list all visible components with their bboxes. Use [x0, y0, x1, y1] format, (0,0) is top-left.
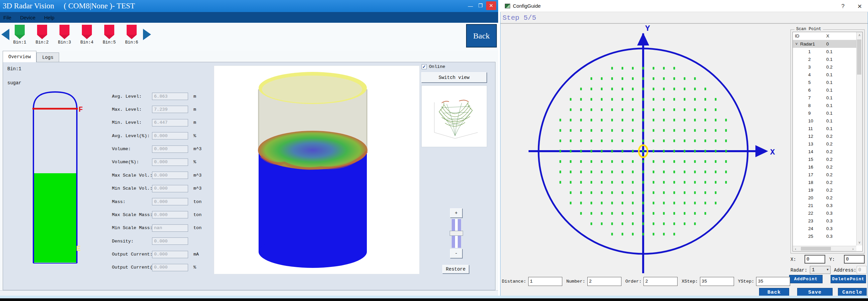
scan-dot	[684, 88, 686, 90]
bin-item-3[interactable]: Bin:3	[58, 24, 71, 45]
scan-point-row[interactable]: 180.2	[793, 179, 862, 186]
hscroll-thumb[interactable]	[801, 247, 831, 250]
zoom-out-button[interactable]: -	[450, 249, 462, 258]
expander-icon[interactable]: ˅	[793, 42, 800, 47]
menu-file[interactable]: File	[3, 15, 11, 20]
param-input-2[interactable]: 2	[644, 277, 678, 286]
scan-point-row[interactable]: 250.3	[793, 232, 862, 240]
scan-point-row[interactable]: 90.1	[793, 109, 862, 117]
restore-button[interactable]: Restore	[442, 265, 469, 274]
scan-point-row[interactable]: 150.2	[793, 156, 862, 163]
bin-item-6[interactable]: Bin:6	[125, 24, 138, 45]
tank-3d-view[interactable]	[214, 65, 420, 274]
scan-dot	[715, 129, 717, 132]
scan-point-row[interactable]: 200.2	[793, 194, 862, 202]
scan-dot	[653, 181, 654, 184]
scan-dot	[653, 170, 654, 173]
bin-item-5[interactable]: Bin:5	[102, 24, 116, 45]
menu-help[interactable]: Help	[44, 15, 55, 20]
bin-item-2[interactable]: Bin:2	[35, 24, 49, 45]
minimize-button[interactable]: —	[465, 1, 475, 10]
bin-item-1[interactable]: Bin:1	[13, 24, 27, 45]
scroll-up-icon[interactable]: ˄	[857, 32, 862, 38]
scan-dot	[612, 170, 613, 173]
scan-point-row[interactable]: 240.3	[793, 225, 862, 232]
scan-point-row[interactable]: 130.2	[793, 140, 862, 148]
scan-point-row[interactable]: 50.1	[793, 79, 862, 86]
field-value-input[interactable]: 0.000	[152, 211, 188, 218]
field-value-input[interactable]: 7.239	[152, 106, 188, 113]
tab-overview[interactable]: Overview	[3, 51, 36, 62]
field-value-input[interactable]: 0.000	[152, 198, 188, 206]
close-button[interactable]: ✕	[486, 1, 496, 10]
scan-point-row[interactable]: 40.1	[793, 71, 862, 79]
scan-point-row[interactable]: 20.1	[793, 56, 862, 63]
field-value-input[interactable]: 6.863	[152, 93, 188, 100]
measurement-form: Avg. Level:6.863mMax. Level:7.239mMin. L…	[112, 92, 212, 272]
back-button[interactable]: Back	[466, 24, 497, 48]
scan-point-row[interactable]: 60.1	[793, 86, 862, 94]
scan-point-row[interactable]: 230.3	[793, 217, 862, 225]
zoom-slider-handle[interactable]	[450, 231, 463, 236]
x-input[interactable]: 0	[805, 255, 825, 264]
field-value-input[interactable]: 0.000	[152, 264, 188, 271]
field-value-input[interactable]: nan	[152, 224, 188, 232]
bin-scroll-right-icon[interactable]	[143, 29, 151, 40]
scan-point-id: 24	[793, 226, 826, 231]
bin-scroll-left-icon[interactable]	[1, 29, 9, 40]
scan-point-row[interactable]: 140.2	[793, 148, 862, 156]
param-input-0[interactable]: 1	[528, 277, 562, 286]
scan-point-row[interactable]: 170.2	[793, 171, 862, 179]
scan-point-row[interactable]: 100.1	[793, 117, 862, 125]
table-horizontal-scrollbar[interactable]: ‹ ›	[793, 246, 856, 251]
online-checkbox[interactable]: ✓	[422, 64, 427, 69]
scan-point-row[interactable]: 210.3	[793, 202, 862, 209]
scan-point-row[interactable]: 190.2	[793, 186, 862, 194]
step-label: Step 5/5	[502, 14, 536, 22]
radar-dropdown[interactable]: 1 ▼	[810, 266, 831, 274]
param-input-4[interactable]: 35	[756, 277, 790, 286]
scan-point-row[interactable]: 80.1	[793, 102, 862, 109]
zoom-in-button[interactable]: +	[450, 208, 462, 218]
field-value-input[interactable]: 0.000	[152, 159, 188, 166]
add-point-button[interactable]: AddPoint	[789, 275, 823, 283]
bin-id-label: Bin:1	[7, 66, 21, 72]
field-value-input[interactable]: 0.000	[152, 238, 188, 245]
scroll-left-icon[interactable]: ‹	[793, 246, 798, 251]
field-value-input[interactable]: 0.000	[152, 185, 188, 192]
help-button[interactable]: ?	[838, 2, 848, 11]
scan-point-row[interactable]: 220.3	[793, 209, 862, 217]
field-value-input[interactable]: 0.000	[152, 145, 188, 153]
field-value-input[interactable]: 0.000	[152, 251, 188, 258]
param-input-3[interactable]: 35	[700, 277, 734, 286]
field-value-input[interactable]: 0.000	[152, 171, 188, 179]
radar-parent-row[interactable]: ˅ Radar1 0	[793, 40, 862, 48]
column-id[interactable]: ID	[793, 33, 826, 38]
scan-point-row[interactable]: 70.1	[793, 94, 862, 102]
maximize-button[interactable]: ❐	[475, 1, 486, 10]
scan-dot	[591, 139, 592, 142]
scan-point-row[interactable]: 110.1	[793, 125, 862, 132]
configguide-close-button[interactable]: ✕	[855, 2, 865, 11]
switch-view-button[interactable]: Switch view	[421, 72, 487, 83]
menu-device[interactable]: Device	[20, 15, 35, 20]
vscroll-thumb[interactable]	[857, 39, 861, 75]
scan-point-row[interactable]: 120.2	[793, 132, 862, 140]
scan-point-row[interactable]: 30.2	[793, 63, 862, 71]
scroll-down-icon[interactable]: ˅	[857, 240, 862, 245]
scan-point-row[interactable]: 10.1	[793, 48, 862, 56]
delete-point-button[interactable]: DeletePoint	[831, 275, 866, 283]
field-value-input[interactable]: 6.447	[152, 119, 188, 127]
bin-item-4[interactable]: Bin:4	[80, 24, 94, 45]
column-x[interactable]: X	[826, 33, 829, 38]
param-input-1[interactable]: 2	[587, 277, 621, 286]
scan-dot	[694, 191, 696, 194]
scan-dot	[663, 150, 665, 153]
tab-logs[interactable]: Logs	[36, 53, 59, 62]
y-input[interactable]: 0	[844, 255, 865, 264]
scan-point-row[interactable]: 160.2	[793, 163, 862, 171]
scan-dot	[560, 170, 561, 173]
field-value-input[interactable]: 0.000	[152, 132, 188, 139]
scroll-right-icon[interactable]: ›	[850, 246, 856, 251]
address-input[interactable]: 0	[857, 266, 867, 274]
